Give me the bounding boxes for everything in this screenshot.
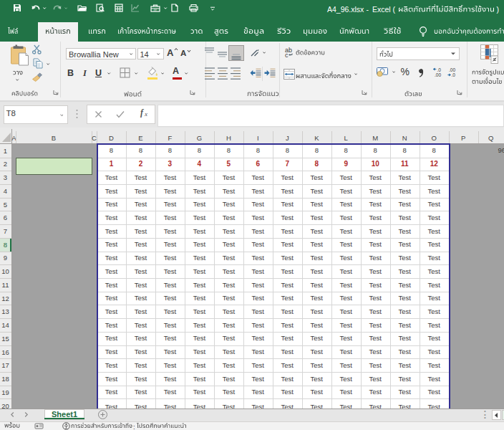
svg-text:.0: .0 bbox=[437, 67, 442, 72]
svg-text:.0: .0 bbox=[452, 72, 456, 77]
svg-text:.00: .00 bbox=[449, 67, 455, 72]
svg-text:IY: IY bbox=[154, 7, 158, 11]
svg-text:.00: .00 bbox=[435, 72, 441, 77]
svg-text:c: c bbox=[285, 52, 289, 58]
